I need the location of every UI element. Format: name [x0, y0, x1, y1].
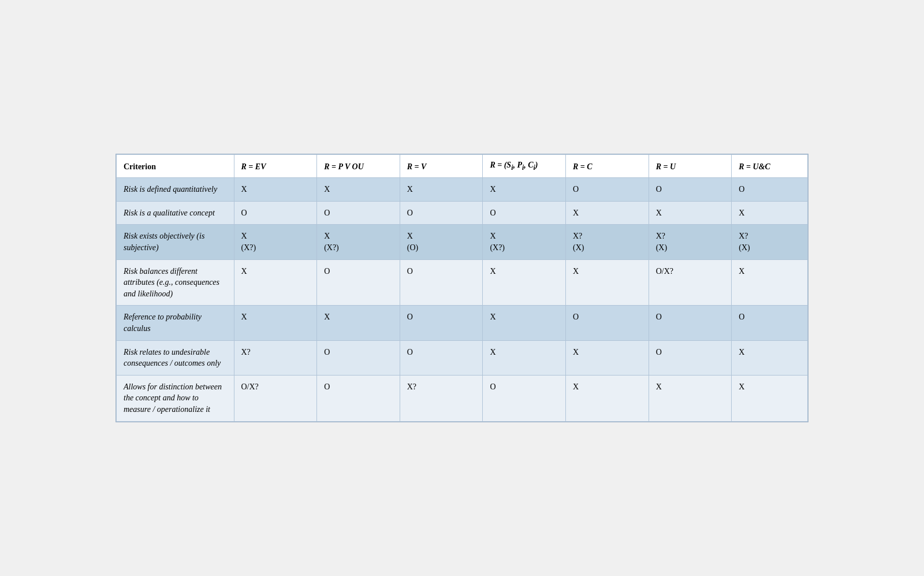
- data-cell: X: [483, 306, 566, 340]
- data-cell: X: [566, 259, 649, 306]
- data-cell: X: [317, 178, 400, 202]
- criterion-cell: Reference to probability calculus: [117, 306, 234, 340]
- data-cell: O: [234, 201, 317, 225]
- data-cell: X: [732, 340, 808, 375]
- data-cell: X: [483, 340, 566, 375]
- table-row: Allows for distinction between the conce…: [117, 375, 808, 421]
- data-cell: O: [400, 259, 483, 306]
- data-cell: O: [649, 178, 732, 202]
- data-cell: X: [483, 178, 566, 202]
- data-cell: X: [566, 340, 649, 375]
- criterion-cell: Risk is a qualitative concept: [117, 201, 234, 225]
- table-row: Risk relates to undesirable consequences…: [117, 340, 808, 375]
- data-cell: X: [566, 201, 649, 225]
- header-ruandc: R = U&C: [732, 155, 808, 178]
- data-cell: O: [400, 340, 483, 375]
- data-cell: O/X?: [234, 375, 317, 421]
- data-cell: O: [732, 178, 808, 202]
- data-cell: O: [483, 201, 566, 225]
- header-rpvou: R = P V OU: [317, 155, 400, 178]
- data-cell: X: [400, 178, 483, 202]
- data-cell: X: [732, 201, 808, 225]
- data-cell: X?(X): [566, 225, 649, 259]
- data-cell: X?: [234, 340, 317, 375]
- data-cell: X(O): [400, 225, 483, 259]
- main-table-wrapper: Criterion R = EV R = P V OU R = V R = (S…: [116, 154, 808, 422]
- table-row: Risk is defined quantitativelyXXXXOOO: [117, 178, 808, 202]
- data-cell: X?: [400, 375, 483, 421]
- table-row: Risk is a qualitative conceptOOOOXXX: [117, 201, 808, 225]
- data-cell: X?(X): [732, 225, 808, 259]
- data-cell: X?(X): [649, 225, 732, 259]
- data-cell: X: [649, 375, 732, 421]
- data-cell: X(X?): [234, 225, 317, 259]
- data-cell: X: [732, 375, 808, 421]
- header-ru: R = U: [649, 155, 732, 178]
- data-cell: X: [234, 306, 317, 340]
- data-cell: O: [400, 306, 483, 340]
- data-cell: O: [649, 340, 732, 375]
- table-row: Risk exists objectively (is subjective)X…: [117, 225, 808, 259]
- criterion-cell: Risk exists objectively (is subjective): [117, 225, 234, 259]
- data-cell: X(X?): [317, 225, 400, 259]
- header-criterion: Criterion: [117, 155, 234, 178]
- criterion-cell: Risk balances different attributes (e.g.…: [117, 259, 234, 306]
- table-row: Risk balances different attributes (e.g.…: [117, 259, 808, 306]
- header-rspc: R = (Si, Pi, Ci): [483, 155, 566, 178]
- data-cell: X: [732, 259, 808, 306]
- data-cell: X: [566, 375, 649, 421]
- table-header-row: Criterion R = EV R = P V OU R = V R = (S…: [117, 155, 808, 178]
- data-cell: X: [234, 178, 317, 202]
- data-cell: X: [649, 201, 732, 225]
- header-rv: R = V: [400, 155, 483, 178]
- data-cell: O: [649, 306, 732, 340]
- table-row: Reference to probability calculusXXOXOOO: [117, 306, 808, 340]
- data-cell: O/X?: [649, 259, 732, 306]
- criterion-cell: Allows for distinction between the conce…: [117, 375, 234, 421]
- data-cell: O: [317, 340, 400, 375]
- criterion-cell: Risk is defined quantitatively: [117, 178, 234, 202]
- data-cell: O: [317, 375, 400, 421]
- data-cell: O: [483, 375, 566, 421]
- data-cell: O: [566, 306, 649, 340]
- data-cell: O: [732, 306, 808, 340]
- data-cell: O: [317, 201, 400, 225]
- data-cell: O: [317, 259, 400, 306]
- header-rc: R = C: [566, 155, 649, 178]
- header-rev: R = EV: [234, 155, 317, 178]
- data-cell: X: [483, 259, 566, 306]
- criterion-cell: Risk relates to undesirable consequences…: [117, 340, 234, 375]
- data-cell: X: [234, 259, 317, 306]
- data-cell: X: [317, 306, 400, 340]
- data-cell: X(X?): [483, 225, 566, 259]
- data-cell: O: [400, 201, 483, 225]
- risk-criteria-table: Criterion R = EV R = P V OU R = V R = (S…: [116, 154, 808, 421]
- data-cell: O: [566, 178, 649, 202]
